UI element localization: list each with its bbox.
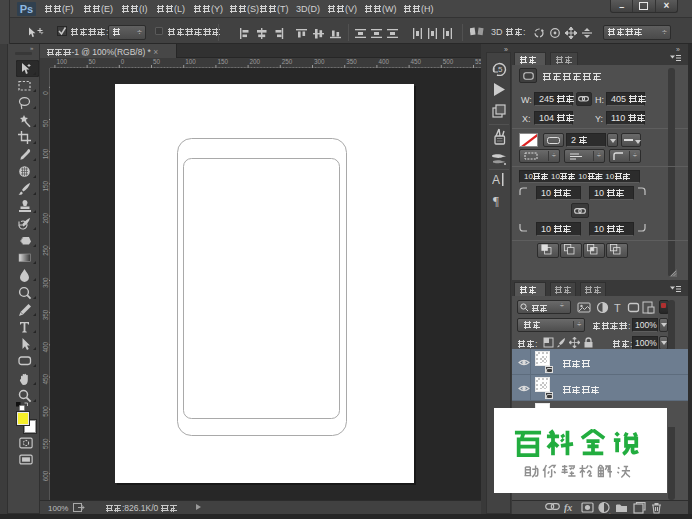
svg-text:400: 400 (378, 58, 389, 65)
svg-text:150: 150 (217, 58, 228, 65)
svg-text:400: 400 (42, 341, 49, 352)
svg-text:600: 600 (42, 470, 49, 481)
svg-text:T: T (614, 302, 621, 314)
svg-text:5: 5 (498, 65, 503, 74)
svg-text:350: 350 (42, 309, 49, 320)
svg-text:100: 100 (56, 58, 67, 65)
svg-text:50: 50 (42, 119, 49, 127)
svg-text:550: 550 (42, 438, 49, 449)
svg-text:500: 500 (42, 406, 49, 417)
svg-text:100: 100 (185, 58, 196, 65)
svg-text:¶: ¶ (493, 193, 499, 207)
svg-text:350: 350 (346, 58, 357, 65)
svg-text:50: 50 (89, 58, 97, 65)
svg-text:150: 150 (42, 180, 49, 191)
svg-text:50: 50 (153, 58, 161, 65)
svg-text:A: A (492, 173, 500, 187)
svg-text:200: 200 (42, 213, 49, 224)
svg-text:450: 450 (42, 374, 49, 385)
svg-text:0: 0 (121, 58, 125, 65)
svg-text:450: 450 (411, 58, 422, 65)
svg-text:200: 200 (250, 58, 261, 65)
svg-text:100: 100 (42, 148, 49, 159)
svg-text:fx: fx (564, 502, 572, 513)
svg-text:300: 300 (42, 277, 49, 288)
svg-text:250: 250 (282, 58, 293, 65)
svg-text:250: 250 (42, 245, 49, 256)
svg-text:500: 500 (443, 58, 454, 65)
svg-text:0: 0 (42, 91, 49, 95)
svg-text:300: 300 (314, 58, 325, 65)
